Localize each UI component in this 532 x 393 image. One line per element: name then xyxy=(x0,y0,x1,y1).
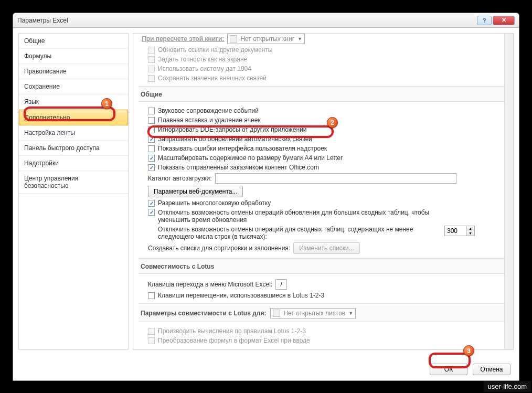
sidebar-item-formulas[interactable]: Формулы xyxy=(19,49,128,64)
cb-ignore-dde[interactable] xyxy=(148,126,155,133)
sidebar-item-trustcenter[interactable]: Центр управления безопасностью xyxy=(19,171,128,194)
sidebar: Общие Формулы Правописание Сохранение Яз… xyxy=(18,33,129,350)
main-panel: При пересчете этой книги: Нет открытых к… xyxy=(133,33,514,350)
section-lotus-params: Параметры совместимости с Lotus для: Нет… xyxy=(139,303,511,322)
undo-rows-spinner[interactable]: ▲▼ xyxy=(444,226,475,236)
cb-ask-update[interactable] xyxy=(148,136,155,143)
cb-smooth-insert[interactable] xyxy=(148,117,155,124)
recalc-dropdown[interactable]: Нет открытых книг▼ xyxy=(227,34,305,44)
startup-label: Каталог автозагрузки: xyxy=(148,175,212,182)
startup-input[interactable] xyxy=(215,173,456,184)
ok-button[interactable]: ОК xyxy=(430,364,467,375)
sidebar-item-ribbon[interactable]: Настройка ленты xyxy=(19,125,128,141)
cancel-button[interactable]: Отмена xyxy=(473,364,510,375)
cb-multithread[interactable] xyxy=(148,200,155,207)
lotus-key-label: Клавиша перехода в меню Microsoft Excel: xyxy=(148,281,272,288)
help-button[interactable]: ? xyxy=(477,16,492,25)
sheet-icon xyxy=(273,310,280,317)
web-options-button[interactable]: Параметры веб-документа... xyxy=(148,186,243,197)
cb-ui-errors[interactable] xyxy=(148,145,155,152)
edit-lists-button[interactable]: Изменить списки... xyxy=(293,242,360,254)
cb-sound[interactable] xyxy=(148,108,155,114)
cb-update-links[interactable] xyxy=(148,47,155,54)
section-general: Общие xyxy=(139,86,511,102)
badge-3: 3 xyxy=(463,345,474,356)
spinner-up-icon[interactable]: ▲ xyxy=(466,226,474,231)
cb-disable-undo-large[interactable] xyxy=(148,209,155,216)
badge-2: 2 xyxy=(327,117,338,128)
titlebar: Параметры Excel ? ✕ xyxy=(13,13,519,28)
sidebar-item-proofing[interactable]: Правописание xyxy=(19,64,128,79)
cb-scale-a4[interactable] xyxy=(148,155,155,162)
section-lotus: Совместимость с Lotus xyxy=(139,258,511,274)
sidebar-item-general[interactable]: Общие xyxy=(19,34,128,49)
undo-rows-label: Отключить возможность отмены операций дл… xyxy=(158,226,441,240)
cb-lotus-formulas[interactable] xyxy=(148,337,155,344)
cb-lotus-keys[interactable] xyxy=(148,292,155,299)
cb-office-content[interactable] xyxy=(148,164,155,171)
cb-lotus-calc[interactable] xyxy=(148,328,155,335)
chevron-down-icon: ▼ xyxy=(297,36,302,41)
sidebar-item-advanced[interactable]: Дополнительно xyxy=(19,110,128,125)
dialog-window: Параметры Excel ? ✕ Общие Формулы Правоп… xyxy=(13,13,519,381)
workbook-icon xyxy=(230,35,237,43)
vertical-scrollbar[interactable] xyxy=(504,34,513,349)
close-button[interactable]: ✕ xyxy=(493,16,515,25)
lotus-sheet-dropdown[interactable]: Нет открытых листов▼ xyxy=(270,308,356,318)
dialog-footer: ОК Отмена xyxy=(430,364,510,375)
lists-label: Создавать списки для сортировки и заполн… xyxy=(148,245,290,252)
sidebar-item-addins[interactable]: Надстройки xyxy=(19,156,128,171)
window-title: Параметры Excel xyxy=(17,17,476,24)
chevron-down-icon: ▼ xyxy=(348,311,353,316)
cb-date1904[interactable] xyxy=(148,66,155,72)
watermark: user-life.com xyxy=(484,381,531,392)
recalc-label: При пересчете этой книги: xyxy=(142,35,224,43)
badge-1: 1 xyxy=(101,98,112,109)
spinner-down-icon[interactable]: ▼ xyxy=(466,231,474,236)
main-scroll[interactable]: При пересчете этой книги: Нет открытых к… xyxy=(133,34,513,349)
cb-precision[interactable] xyxy=(148,56,155,63)
cb-save-external[interactable] xyxy=(148,75,155,82)
undo-rows-input[interactable] xyxy=(445,226,466,236)
dialog-content: Общие Формулы Правописание Сохранение Яз… xyxy=(13,28,519,355)
sidebar-item-qat[interactable]: Панель быстрого доступа xyxy=(19,141,128,156)
lotus-key-input[interactable] xyxy=(275,279,287,290)
sidebar-item-save[interactable]: Сохранение xyxy=(19,79,128,94)
